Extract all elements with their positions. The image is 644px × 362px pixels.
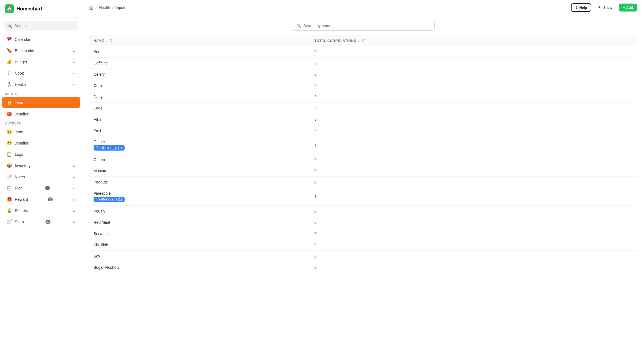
nav-secrets[interactable]: 🔒 Secrets ▲ [2,205,80,216]
breadcrumb-sep-2: > [112,5,114,10]
nav-calendar[interactable]: 📅 Calendar [2,34,80,45]
table-row[interactable]: Red Meat0 [89,217,637,228]
table-row[interactable]: Mustard0 [89,165,637,177]
sort-list-icon[interactable]: ≡ [358,39,360,43]
table-row[interactable]: Fruit0 [89,125,637,136]
chevron-down-icon: ▼ [72,83,75,86]
help-button[interactable]: ? Help [571,3,591,12]
nav-plan[interactable]: 📋 Plan 5 ▲ [2,183,80,193]
jane-output-icon: 😊 [7,129,12,134]
table-row[interactable]: Sesame0 [89,228,637,239]
search-bar[interactable]: 🔍 [292,21,435,31]
nav-budget[interactable]: 💰 Budget ▲ [2,56,80,67]
search-icon: 🔍 [7,23,12,28]
logo-icon: 🏠 [5,4,14,13]
table-row[interactable]: Caffeine0 [89,58,637,69]
cell-correlations: 1 [310,136,637,154]
nav-label-health: Health [15,82,26,87]
cell-correlations: 0 [310,103,637,114]
breadcrumb-home-icon[interactable]: 🏠 [89,5,94,10]
add-label: + Add [623,5,633,10]
nav-jennifer-input[interactable]: 🎒 Jennifer [2,109,80,119]
tag-badge[interactable]: Restless Legs (1) [94,197,125,202]
add-button[interactable]: + Add [619,4,637,12]
cell-name: Sugar Alcohols [89,262,310,273]
row-name: Shellfish [94,243,306,247]
chevron-down-icon: ▲ [72,220,75,224]
table-row[interactable]: Gluten0 [89,154,637,165]
breadcrumb-health[interactable]: Health [99,5,110,10]
plan-badge: 5 [45,186,50,190]
filter-icon[interactable]: ▽ [109,39,113,43]
sidebar-search-box[interactable]: 🔍 [4,21,78,30]
table-row[interactable]: Soy0 [89,251,637,262]
help-icon: ? [575,5,578,10]
table-row[interactable]: Peanuts0 [89,177,637,188]
cell-name: Celery [89,69,310,80]
nav-health[interactable]: 🏃 Health ▼ [2,79,80,90]
table-row[interactable]: GingerRestless Legs (1)1 [89,136,637,154]
shop-badge: 6 [46,220,50,224]
nav-reward[interactable]: 🎁 Reward 2 ▲ [2,194,80,205]
chevron-down-icon: ▲ [72,175,75,179]
table-row[interactable]: Poultry0 [89,206,637,217]
cell-name: Fish [89,114,310,125]
nav-label-budget: Budget [15,60,27,64]
nav-label-bookmarks: Bookmarks [15,49,34,53]
table-row[interactable]: PineappleRestless Legs (1)1 [89,188,637,206]
row-name: Soy [94,254,306,258]
chevron-down-icon: ▲ [72,164,75,168]
table-row[interactable]: Celery0 [89,69,637,80]
nav-logs[interactable]: 📋 Logs [2,149,80,160]
table-row[interactable]: Eggs0 [89,103,637,114]
nav-cook[interactable]: 🍴 Cook ▲ [2,68,80,78]
row-name: Fruit [94,128,306,133]
table-row[interactable]: Sugar Alcohols0 [89,262,637,273]
cell-correlations: 0 [310,58,637,69]
table-row[interactable]: Corn0 [89,80,637,91]
table-row[interactable]: Dairy0 [89,91,637,103]
col-name[interactable]: NAME ↓ ▽ [89,35,310,46]
nav-label-notes: Notes [15,175,25,179]
nav-jane-input[interactable]: ▦ Jane [2,97,80,108]
content-area: 🔍 NAME ↓ ▽ TOTAL CORRELATION [82,15,644,362]
shop-icon: 🛒 [7,219,12,224]
nav-shop[interactable]: 🛒 Shop 6 ▲ [2,216,80,227]
cell-name: Dairy [89,91,310,103]
nav-notes[interactable]: 📝 Notes ▲ [2,171,80,182]
nav-label-jane-input: Jane [15,100,23,105]
cell-name: Fruit [89,125,310,136]
nav-inventory[interactable]: 📦 Inventory ▲ [2,160,80,171]
app-logo: 🏠 Homechart [0,0,82,18]
sort-down-icon[interactable]: ↓ [106,39,108,43]
row-name: Beans [94,50,306,54]
breadcrumb: 🏠 > Health > Inputs [89,5,126,10]
show-label: Show [603,5,612,10]
chevron-down-icon: ▲ [72,60,75,64]
chevron-down-icon: ▲ [72,197,75,201]
cell-name: PineappleRestless Legs (1) [89,188,310,206]
table-row[interactable]: Shellfish0 [89,239,637,251]
table-row[interactable]: Fish0 [89,114,637,125]
nav-jennifer-output[interactable]: 😊 Jennifer [2,138,80,148]
cell-name: Caffeine [89,58,310,69]
chevron-down-icon: ▲ [72,49,75,53]
show-button[interactable]: 👁 Show [594,4,616,11]
name-search-input[interactable] [303,24,430,28]
search-input[interactable] [15,24,75,28]
nav-bookmarks[interactable]: 🔖 Bookmarks ▲ [2,45,80,56]
cell-correlations: 0 [310,91,637,103]
tag-badge[interactable]: Restless Legs (1) [94,145,125,151]
filter-correlations-icon[interactable]: ▽ [362,39,365,43]
nav-label-jennifer-input: Jennifer [15,112,29,116]
breadcrumb-inputs: Inputs [116,5,126,10]
name-col-label: NAME [94,39,104,43]
row-name: Pineapple [94,191,306,196]
cell-correlations: 0 [310,228,637,239]
chevron-down-icon: ▲ [72,71,75,75]
col-total-correlations[interactable]: TOTAL CORRELATIONS ≡ ▽ [310,35,637,46]
nav-jane-output[interactable]: 😊 Jane [2,126,80,137]
table-row[interactable]: Beans0 [89,46,637,58]
row-name: Corn [94,83,306,88]
cell-correlations: 0 [310,125,637,136]
